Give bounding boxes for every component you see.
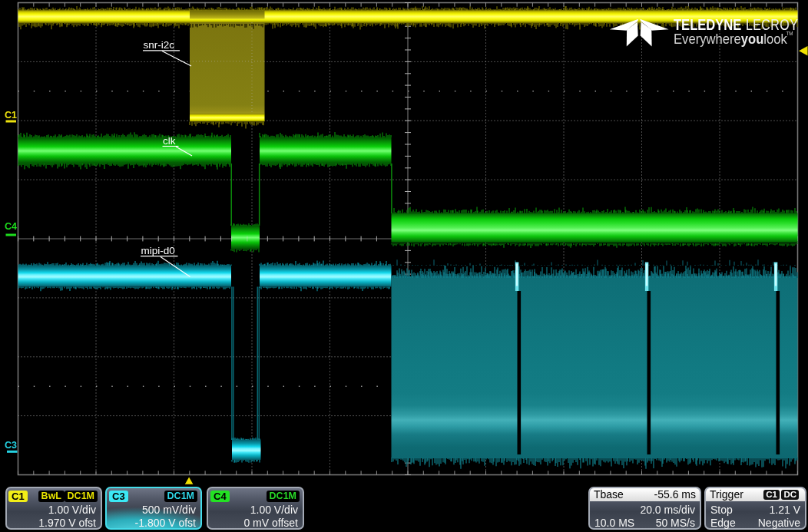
- svg-text:mipi-d0: mipi-d0: [141, 245, 175, 256]
- svg-text:TM: TM: [786, 31, 793, 36]
- svg-text:Everywhereyoulook: Everywhereyoulook: [674, 30, 787, 46]
- svg-text:snr-i2c: snr-i2c: [144, 39, 175, 51]
- svg-text:C3: C3: [5, 440, 17, 451]
- svg-text:C4: C4: [5, 221, 17, 232]
- svg-text:clk: clk: [163, 135, 176, 147]
- svg-text:C1: C1: [5, 110, 17, 121]
